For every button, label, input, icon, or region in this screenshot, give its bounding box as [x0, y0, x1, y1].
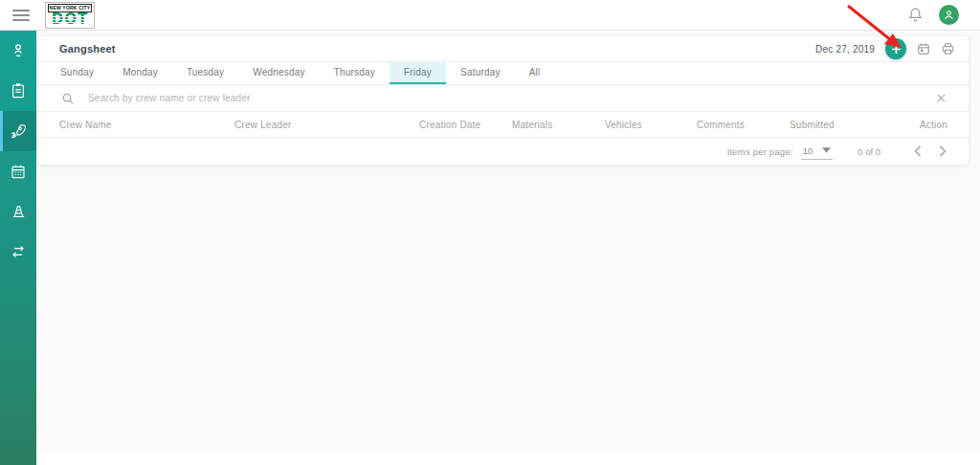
sidebar-nav [0, 31, 36, 465]
table-header-row: Crew Name Crew Leader Creation Date Mate… [38, 112, 969, 138]
add-icon [891, 44, 902, 55]
gangsheet-card: Gangsheet Dec 27, 2019 [38, 36, 969, 165]
swap-arrows-icon [11, 245, 26, 258]
sidebar-item-transfers[interactable] [0, 232, 36, 272]
calendar-picker-icon [917, 42, 930, 55]
day-tab-label: Saturday [460, 67, 501, 78]
day-tab[interactable]: Saturday [446, 62, 515, 84]
close-icon [935, 92, 947, 104]
add-gangsheet-button[interactable] [885, 38, 906, 59]
selected-date-label: Dec 27, 2019 [815, 44, 875, 55]
sidebar-item-assignments[interactable] [0, 71, 36, 111]
page-title: Gangsheet [59, 43, 116, 55]
day-tab[interactable]: Wednesday [238, 62, 319, 84]
day-tab[interactable]: Friday [390, 62, 446, 84]
day-tab-label: Wednesday [253, 67, 304, 78]
column-header: Crew Name [59, 120, 234, 130]
rocket-icon [10, 122, 27, 140]
print-button[interactable] [941, 42, 955, 55]
chevron-right-icon [939, 145, 947, 157]
search-bar [38, 85, 969, 112]
top-header-bar: NEW YORK CITY DOT [0, 0, 980, 31]
print-icon [941, 42, 955, 55]
day-tab[interactable]: All [515, 62, 555, 84]
sidebar-item-personnel[interactable] [0, 31, 36, 71]
clipboard-icon [11, 82, 26, 100]
logo-dot-text: DOT [52, 12, 88, 27]
items-per-page-value: 10 [803, 145, 813, 156]
person-pin-icon [10, 42, 27, 59]
day-tab-label: Sunday [60, 67, 94, 78]
bell-icon[interactable] [907, 7, 924, 23]
clear-search-button[interactable] [929, 92, 953, 104]
page-range-label: 0 of 0 [858, 146, 880, 157]
day-tab-label: Friday [404, 67, 432, 78]
column-header: Comments [697, 120, 790, 130]
items-per-page-label: Items per page: [727, 146, 793, 157]
day-tab-label: All [529, 67, 541, 78]
day-tabs: Sunday Monday Tuesday Wednesday Thursday [38, 62, 969, 85]
column-header: Vehicles [605, 120, 697, 130]
items-per-page-select[interactable]: 10 [801, 144, 834, 160]
gangsheet-card-header: Gangsheet Dec 27, 2019 [38, 36, 969, 62]
column-header: Creation Date [419, 120, 512, 130]
day-tab[interactable]: Tuesday [172, 62, 238, 84]
sidebar-item-calendar[interactable] [0, 151, 36, 191]
sidebar-item-work-zones[interactable] [0, 191, 36, 232]
paginator: Items per page: 10 0 of 0 [38, 138, 969, 165]
day-tab[interactable]: Monday [108, 62, 172, 84]
calendar-icon [11, 164, 26, 179]
day-tab-label: Tuesday [187, 67, 224, 78]
chevron-left-icon [914, 145, 922, 157]
date-picker-button[interactable] [917, 42, 930, 55]
nyc-dot-logo: NEW YORK CITY DOT [45, 2, 95, 29]
chevron-down-icon [822, 147, 831, 153]
menu-icon[interactable] [12, 10, 30, 21]
traffic-cone-icon [11, 204, 27, 220]
day-tab-label: Monday [122, 67, 158, 78]
main-content: Gangsheet Dec 27, 2019 [36, 31, 980, 454]
sidebar-item-gangsheet[interactable] [0, 111, 36, 151]
next-page-button[interactable] [930, 145, 955, 157]
avatar-person-icon[interactable] [939, 5, 959, 25]
column-header: Submitted [790, 120, 885, 130]
day-tab-label: Thursday [334, 67, 375, 78]
column-header: Crew Leader [234, 120, 419, 130]
search-icon [61, 92, 75, 105]
day-tab[interactable]: Sunday [46, 62, 108, 84]
search-input[interactable] [88, 93, 929, 103]
column-header: Action [920, 120, 947, 130]
previous-page-button[interactable] [905, 145, 930, 157]
day-tab[interactable]: Thursday [320, 62, 390, 84]
column-header: Materials [512, 120, 605, 130]
